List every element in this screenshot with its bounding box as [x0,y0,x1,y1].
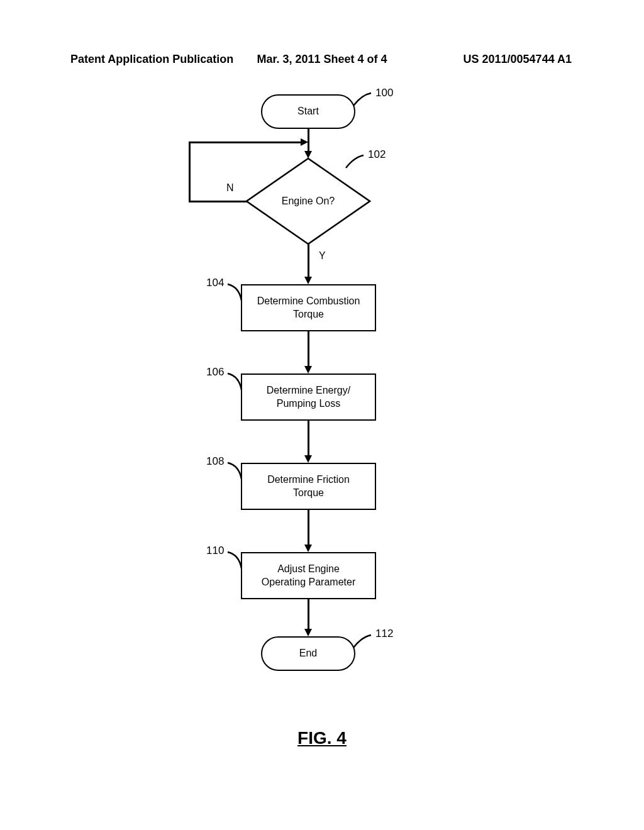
step4-node: Adjust Engine Operating Parameter [241,552,376,599]
ref-110: 110 [206,545,224,557]
step1-node: Determine Combustion Torque [241,284,376,331]
step2-node: Determine Energy/ Pumping Loss [241,374,376,421]
leader-line-icon [345,154,370,173]
leader-line-icon [226,462,245,482]
leader-line-icon [226,372,245,392]
arrowhead-down-icon [304,455,312,463]
arrowhead-down-icon [304,629,312,636]
step3-node: Determine Friction Torque [241,463,376,510]
ref-104: 104 [206,277,224,289]
step3-label: Determine Friction Torque [267,473,350,500]
header-left: Patent Application Publication [70,53,233,66]
arrow-line [189,201,247,202]
step1-label: Determine Combustion Torque [257,295,360,321]
ref-106: 106 [206,366,224,379]
ref-100: 100 [375,87,393,99]
arrowhead-right-icon [301,138,308,146]
step2-label: Determine Energy/ Pumping Loss [267,384,350,411]
arrow-line [308,244,309,279]
page-header: Patent Application Publication Mar. 3, 2… [0,53,644,66]
no-label: N [226,182,234,194]
arrow-line [308,510,309,546]
arrowhead-down-icon [304,277,312,284]
arrow-line [189,141,191,202]
header-right: US 2011/0054744 A1 [464,53,572,66]
flowchart-container: Start 100 Engine On? 102 N Y Determine C… [164,88,478,704]
arrowhead-down-icon [304,366,312,374]
ref-112: 112 [375,628,393,640]
leader-line-icon [352,92,377,111]
ref-108: 108 [206,455,224,468]
leader-line-icon [352,634,377,653]
arrowhead-down-icon [304,545,312,552]
leader-line-icon [226,283,245,303]
start-node: Start [261,94,355,129]
leader-line-icon [226,551,245,571]
arrow-line [308,331,309,368]
arrow-line [308,421,309,457]
step4-label: Adjust Engine Operating Parameter [262,563,355,589]
arrow-line [308,599,309,631]
start-label: Start [297,105,319,118]
yes-label: Y [319,250,326,262]
figure-label: FIG. 4 [297,728,347,748]
header-center: Mar. 3, 2011 Sheet 4 of 4 [257,53,387,66]
decision-label: Engine On? [282,195,335,208]
end-node: End [261,636,355,671]
arrow-line [189,141,302,143]
end-label: End [299,647,317,660]
ref-102: 102 [368,148,386,161]
